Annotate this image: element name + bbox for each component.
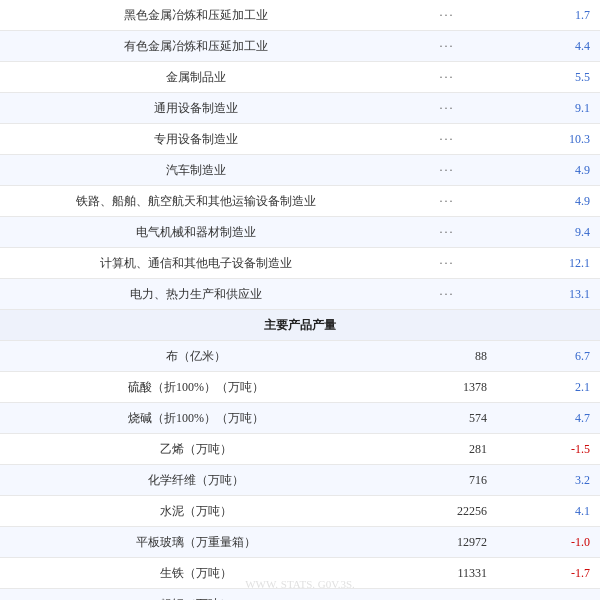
product-value: 716 <box>392 465 502 496</box>
growth-value: 13.1 <box>502 279 600 310</box>
growth-value: 5.5 <box>502 62 600 93</box>
product-value: 88 <box>392 341 502 372</box>
product-value: 13682 <box>392 589 502 601</box>
industry-name: 电力、热力生产和供应业 <box>0 279 392 310</box>
industry-name: 金属制品业 <box>0 62 392 93</box>
growth-value: 3.2 <box>502 465 600 496</box>
industry-name: 有色金属冶炼和压延加工业 <box>0 31 392 62</box>
product-value: 11331 <box>392 558 502 589</box>
growth-value: -1.0 <box>502 527 600 558</box>
growth-value: 4.9 <box>502 186 600 217</box>
growth-value: 4.4 <box>502 31 600 62</box>
section-header: 主要产品产量 <box>0 310 600 341</box>
product-value: 12972 <box>392 527 502 558</box>
industry-name: 汽车制造业 <box>0 155 392 186</box>
industry-name: 电气机械和器材制造业 <box>0 217 392 248</box>
dots: ··· <box>392 31 502 62</box>
growth-value: 1.7 <box>502 0 600 31</box>
dots: ··· <box>392 124 502 155</box>
dots: ··· <box>392 93 502 124</box>
dots: ··· <box>392 279 502 310</box>
product-value: 281 <box>392 434 502 465</box>
growth-value: 2.1 <box>502 372 600 403</box>
industry-name: 专用设备制造业 <box>0 124 392 155</box>
dots: ··· <box>392 155 502 186</box>
table-container: 黑色金属冶炼和压延加工业 ··· 1.7 有色金属冶炼和压延加工业 ··· 4.… <box>0 0 600 600</box>
product-name: 化学纤维（万吨） <box>0 465 392 496</box>
dots: ··· <box>392 186 502 217</box>
dots: ··· <box>392 248 502 279</box>
product-value: 574 <box>392 403 502 434</box>
product-name: 烧碱（折100%）（万吨） <box>0 403 392 434</box>
growth-value: -1.7 <box>502 558 600 589</box>
industry-name: 铁路、船舶、航空航天和其他运输设备制造业 <box>0 186 392 217</box>
growth-value: 6.7 <box>502 341 600 372</box>
growth-value: 5.9 <box>502 589 600 601</box>
growth-value: 10.3 <box>502 124 600 155</box>
dots: ··· <box>392 62 502 93</box>
dots: ··· <box>392 0 502 31</box>
product-value: 1378 <box>392 372 502 403</box>
product-name: 粗钢（万吨） <box>0 589 392 601</box>
industry-name: 计算机、通信和其他电子设备制造业 <box>0 248 392 279</box>
growth-value: -1.5 <box>502 434 600 465</box>
growth-value: 12.1 <box>502 248 600 279</box>
dots: ··· <box>392 217 502 248</box>
product-name: 水泥（万吨） <box>0 496 392 527</box>
growth-value: 9.4 <box>502 217 600 248</box>
product-name: 布（亿米） <box>0 341 392 372</box>
product-value: 22256 <box>392 496 502 527</box>
data-table: 黑色金属冶炼和压延加工业 ··· 1.7 有色金属冶炼和压延加工业 ··· 4.… <box>0 0 600 600</box>
growth-value: 9.1 <box>502 93 600 124</box>
product-name: 平板玻璃（万重量箱） <box>0 527 392 558</box>
product-name: 生铁（万吨） <box>0 558 392 589</box>
growth-value: 4.1 <box>502 496 600 527</box>
product-name: 乙烯（万吨） <box>0 434 392 465</box>
growth-value: 4.9 <box>502 155 600 186</box>
industry-name: 黑色金属冶炼和压延加工业 <box>0 0 392 31</box>
product-name: 硫酸（折100%）（万吨） <box>0 372 392 403</box>
industry-name: 通用设备制造业 <box>0 93 392 124</box>
growth-value: 4.7 <box>502 403 600 434</box>
